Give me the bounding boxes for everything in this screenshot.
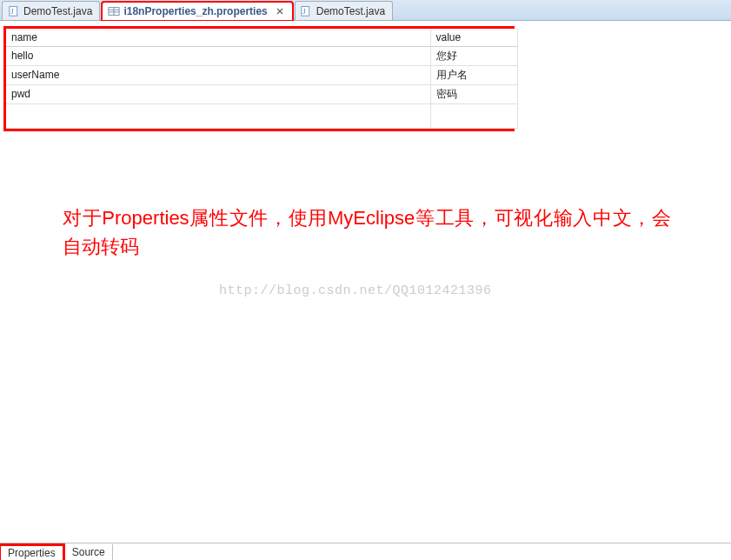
svg-text:J: J (10, 8, 13, 16)
editor-bottom-tab-bar: Properties Source (0, 543, 731, 560)
tab-demotest-1[interactable]: J DemoTest.java (2, 1, 100, 20)
bottom-tab-label: Source (72, 546, 105, 558)
annotation-text: 对于Properties属性文件，使用MyEclipse等工具，可视化输入中文，… (63, 203, 671, 261)
cell-value[interactable]: 用户名 (430, 65, 517, 84)
tab-label: DemoTest.java (23, 5, 92, 17)
cell-name[interactable]: hello (6, 46, 430, 65)
properties-table-container: name value hello 您好 userName 用户名 pwd 密码 (3, 26, 515, 131)
table-row[interactable]: userName 用户名 (6, 65, 517, 84)
editor-tab-bar: J DemoTest.java i18nProperties_zh.proper… (0, 0, 731, 21)
java-file-icon: J (8, 5, 20, 17)
bottom-tab-properties[interactable]: Properties (0, 543, 65, 561)
properties-table[interactable]: name value hello 您好 userName 用户名 pwd 密码 (6, 29, 518, 129)
tab-label: i18nProperties_zh.properties (123, 5, 267, 17)
properties-file-icon (108, 5, 120, 17)
cell-name[interactable]: userName (6, 65, 430, 84)
tab-label: DemoTest.java (316, 5, 385, 17)
cell-name[interactable]: pwd (6, 84, 430, 103)
bottom-tab-label: Properties (8, 547, 56, 559)
cell-empty[interactable] (6, 103, 430, 128)
watermark-text: http://blog.csdn.net/QQ1012421396 (219, 283, 492, 298)
tab-i18n-properties[interactable]: i18nProperties_zh.properties (102, 2, 292, 21)
editor-area: name value hello 您好 userName 用户名 pwd 密码 (0, 21, 731, 543)
table-row[interactable]: hello 您好 (6, 46, 517, 65)
table-row[interactable]: pwd 密码 (6, 84, 517, 103)
cell-empty[interactable] (430, 103, 517, 128)
table-header-row: name value (6, 29, 517, 46)
cell-value[interactable]: 您好 (430, 46, 517, 65)
close-icon[interactable] (275, 6, 285, 17)
bottom-tab-source[interactable]: Source (65, 544, 113, 560)
table-empty-row[interactable] (6, 103, 517, 128)
column-header-value[interactable]: value (430, 29, 517, 46)
column-header-name[interactable]: name (6, 29, 430, 46)
java-file-icon: J (301, 5, 313, 17)
svg-text:J: J (303, 8, 306, 16)
cell-value[interactable]: 密码 (430, 84, 517, 103)
tab-demotest-2[interactable]: J DemoTest.java (295, 1, 393, 20)
